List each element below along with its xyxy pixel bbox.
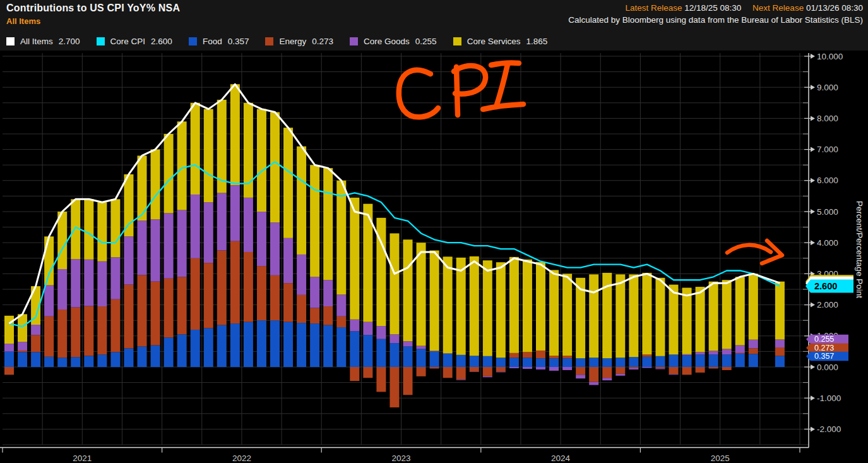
- core-services-segment: [629, 274, 638, 357]
- core-services-segment: [456, 258, 466, 355]
- energy-segment: [230, 241, 240, 323]
- core-goods-segment: [735, 346, 745, 353]
- core-goods-segment: [151, 219, 160, 281]
- food-segment: [430, 351, 439, 367]
- energy-segment: [297, 295, 306, 323]
- food-segment: [642, 357, 651, 367]
- energy-segment: [735, 353, 745, 354]
- x-axis-year-label: 2021: [73, 454, 92, 463]
- food-segment: [417, 349, 426, 367]
- energy-segment: [310, 308, 319, 324]
- core-services-segment: [323, 168, 333, 280]
- core-goods-segment: [191, 195, 200, 258]
- core-goods-segment: [297, 255, 306, 295]
- energy-segment: [97, 306, 107, 354]
- core-services-segment: [124, 174, 133, 236]
- cpi-annotation-stroke: [496, 64, 508, 107]
- food-segment: [470, 356, 479, 367]
- energy-segment: [549, 356, 559, 358]
- core-goods-segment: [536, 367, 545, 370]
- food-segment: [549, 358, 559, 367]
- food-segment: [682, 355, 692, 367]
- core-goods-segment: [509, 367, 519, 368]
- core-goods-segment: [549, 367, 559, 371]
- energy-segment: [430, 367, 439, 368]
- y-axis-label: 9.000: [817, 83, 838, 92]
- energy-segment: [336, 316, 346, 327]
- energy-segment: [696, 367, 705, 373]
- food-segment: [350, 331, 359, 367]
- core-services-segment: [350, 198, 359, 320]
- food-segment: [97, 354, 107, 367]
- food-segment: [71, 357, 80, 367]
- core-goods-segment: [629, 368, 638, 370]
- energy-segment: [44, 316, 54, 357]
- energy-segment: [57, 310, 67, 358]
- energy-segment: [523, 352, 532, 358]
- core-services-segment: [470, 256, 479, 356]
- core-services-segment: [642, 273, 651, 354]
- food-segment: [669, 354, 679, 367]
- core-goods-segment: [496, 371, 506, 372]
- core-services-segment: [682, 288, 692, 354]
- core-services-segment: [283, 128, 293, 238]
- food-segment: [230, 323, 240, 367]
- core-goods-segment: [523, 367, 532, 369]
- bloomberg-chart-window: Contributions to US CPI YoY% NSA All Ite…: [0, 0, 868, 463]
- energy-segment: [775, 347, 785, 356]
- energy-segment: [257, 266, 266, 320]
- energy-segment: [18, 351, 27, 352]
- core-goods-segment: [443, 353, 453, 354]
- food-segment: [18, 352, 27, 367]
- core-services-segment: [84, 199, 93, 259]
- energy-segment: [669, 367, 679, 374]
- core-goods-segment: [669, 374, 679, 375]
- core-services-segment: [430, 251, 439, 351]
- core-goods-segment: [97, 262, 107, 306]
- food-segment: [84, 356, 93, 367]
- energy-segment: [270, 275, 280, 320]
- energy-segment: [177, 277, 187, 334]
- core-goods-segment: [31, 325, 40, 335]
- core-services-segment: [496, 262, 506, 358]
- food-segment: [443, 353, 453, 367]
- energy-segment: [71, 308, 80, 358]
- arrow-annotation: [727, 241, 782, 263]
- food-segment: [310, 323, 319, 367]
- food-segment: [655, 356, 665, 367]
- core-goods-segment: [775, 339, 785, 347]
- energy-segment: [164, 279, 174, 337]
- core-services-segment: [549, 270, 559, 356]
- core-goods-segment: [124, 236, 133, 284]
- energy-segment: [562, 356, 572, 358]
- axis-badge-value: 0.357: [814, 352, 834, 361]
- core-goods-segment: [602, 378, 612, 380]
- food-segment: [283, 322, 293, 367]
- food-segment: [376, 339, 386, 367]
- core-goods-segment: [722, 349, 732, 354]
- chart-surface[interactable]: 10.0009.0008.0007.0006.0005.0004.0003.00…: [0, 0, 868, 463]
- food-segment: [709, 354, 718, 367]
- energy-segment: [283, 283, 293, 322]
- core-services-segment: [204, 109, 213, 203]
- energy-segment: [110, 299, 120, 352]
- core-goods-segment: [164, 213, 174, 278]
- core-goods-segment: [110, 257, 120, 299]
- core-goods-segment: [270, 222, 280, 275]
- core-services-segment: [297, 147, 306, 255]
- core-goods-segment: [244, 198, 253, 252]
- food-segment: [151, 346, 160, 367]
- y-axis-label: 2.000: [817, 300, 838, 310]
- core-goods-segment: [4, 344, 14, 351]
- core-goods-segment: [655, 368, 665, 369]
- y-axis-label: 6.000: [817, 176, 838, 185]
- core-services-segment: [562, 274, 572, 356]
- food-segment: [509, 358, 519, 367]
- core-goods-segment: [217, 193, 227, 250]
- energy-segment: [749, 348, 758, 354]
- core-services-segment: [151, 150, 160, 220]
- core-services-segment: [230, 84, 240, 185]
- food-segment: [696, 354, 705, 367]
- core-goods-segment: [642, 367, 651, 368]
- food-segment: [602, 358, 612, 367]
